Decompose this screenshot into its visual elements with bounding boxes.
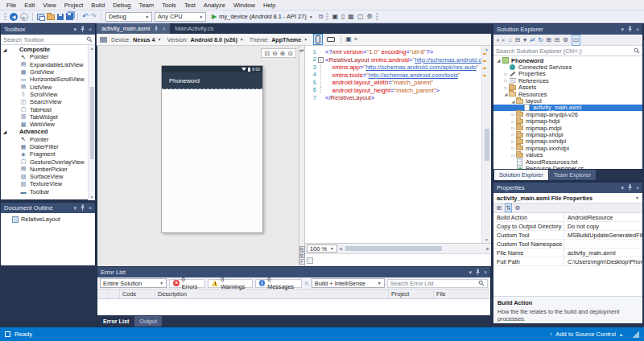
android-adb-shell-icon[interactable]: ▦ [348,13,354,21]
toolbox-item[interactable]: ▦ DialerFilter [1,143,95,150]
property-value[interactable]: AndroidResource [564,213,642,221]
undo-icon[interactable]: ↶ [82,13,89,20]
tool-window-tab[interactable]: Team Explorer [549,170,596,180]
switch-views-icon[interactable]: ⊟ [515,35,520,45]
outline-item[interactable]: RelativeLayout [1,213,95,223]
background-tasks-icon[interactable] [5,331,10,337]
file-column[interactable]: File [434,290,490,298]
portrait-orientation-button[interactable] [313,34,323,45]
tool-window-tab[interactable]: Error List [98,316,134,327]
toolbox-scrollbar[interactable]: ▲▼ [88,45,95,200]
vertical-split-icon[interactable]: ▥ [299,253,305,258]
expander-icon[interactable]: ◢ [496,58,502,63]
resize-grip[interactable] [633,331,639,338]
open-android-sdk-manager-icon[interactable]: ▣ [332,13,338,21]
collapse-all-icon[interactable]: ⊟ [555,35,559,45]
designer-source-splitter[interactable]: ⇄ ▤ ▥ ▾ [299,46,305,266]
expander-icon[interactable]: ▷ [510,146,516,150]
toolbox-item[interactable]: ↖ Pointer [1,53,95,60]
expander-icon[interactable]: ◢ [503,92,509,97]
open-file-icon[interactable] [47,14,55,20]
menu-item[interactable]: Project [60,0,88,10]
error-source-dropdown[interactable]: Build + IntelliSense▼ [312,278,385,288]
device-dropdown[interactable]: Nexus 4 [133,36,155,43]
actual-size-icon[interactable]: ⊙ [287,50,293,57]
overflow-chevron-icon[interactable]: » [354,35,357,43]
toolbox-title-bar[interactable]: Toolbox ▾ × [1,24,95,35]
preview-selected-items-icon[interactable]: ▭ [572,35,580,46]
properties-icon[interactable]: ⚙ [563,35,568,45]
home-icon[interactable]: ⌂ [509,35,513,45]
error-scope-dropdown[interactable]: Entire Solution▼ [100,278,167,288]
attach-to-process-icon[interactable]: ⧉ [319,13,324,21]
window-position-icon[interactable]: ▾ [469,267,472,277]
close-icon[interactable]: × [484,267,487,277]
landscape-orientation-button[interactable] [325,36,336,43]
show-all-files-icon[interactable]: ⊞ [547,35,551,45]
expander-icon[interactable]: ▷ [510,153,516,158]
pin-icon[interactable] [154,26,159,32]
messages-filter-button[interactable]: 0 Messages [255,279,302,288]
fold-margin[interactable] [316,94,325,102]
swap-panes-icon[interactable]: ⇄ [299,47,303,54]
editor-horizontal-scrollbar[interactable] [344,245,485,252]
fold-margin[interactable] [316,64,325,72]
device-portrait-icon[interactable]: ▢ [357,13,364,21]
horizontal-split-icon[interactable]: ▤ [299,246,305,252]
errors-filter-button[interactable]: 0 Errors [169,279,205,288]
solution-explorer-title-bar[interactable]: Solution Explorer ▾ × [493,24,642,35]
menu-item[interactable]: Tools [158,0,180,10]
toolbox-item[interactable]: ▤ NumberPicker [1,166,95,173]
pin-icon[interactable] [627,26,633,33]
start-debugging-button[interactable]: ▶my_device (Android 8.1 - API 27)▼ [208,12,316,22]
expander-icon[interactable]: ◢ [510,99,516,104]
search-icon[interactable] [86,36,93,43]
close-icon[interactable]: × [636,24,639,35]
scroll-left-icon[interactable]: ◀ [339,246,342,251]
fit-to-window-icon[interactable]: ⊡ [264,50,270,57]
menu-item[interactable]: Help [259,0,280,10]
severity-column[interactable] [97,290,109,298]
search-icon[interactable] [478,280,485,286]
tool-window-tab[interactable]: Output [134,316,162,327]
toolbox-item[interactable]: ↖ Pointer [1,136,95,143]
menu-item[interactable]: Build [87,0,109,10]
pin-icon[interactable] [475,269,481,276]
add-to-source-control-button[interactable]: Add to Source Control [555,331,616,338]
save-icon[interactable] [57,14,64,20]
categorized-icon[interactable]: ⊞ [497,204,502,212]
tool-window-tab[interactable]: Solution Explorer [494,170,548,180]
code-column[interactable]: Code [120,290,155,298]
toolbox-item[interactable]: ▢ TabHost [1,105,95,113]
solution-platform-dropdown[interactable]: Any CPU▼ [155,12,206,22]
new-project-icon[interactable] [37,14,44,20]
menu-item[interactable]: Team [135,0,159,10]
property-value[interactable]: activity_main.axml [564,249,642,257]
navigate-forward-icon[interactable]: ▶ [20,13,28,21]
document-tab[interactable]: activity_main.axml × [97,23,170,34]
save-all-icon[interactable] [66,13,73,20]
pin-icon[interactable] [80,26,85,33]
expander-icon[interactable]: ▷ [503,85,509,90]
open-android-device-manager-icon[interactable]: ▯ [341,13,345,21]
toolbox-item[interactable]: ▧ TextureView [1,180,95,187]
description-column[interactable]: Description [155,290,389,298]
property-row[interactable]: Custom Tool Namespace [493,240,642,249]
forward-icon[interactable]: ▸ [502,35,506,45]
expander-icon[interactable]: ▷ [510,132,516,137]
zoom-out-icon[interactable]: ⊖ [272,50,278,57]
solution-explorer-search-input[interactable] [496,47,634,55]
menu-item[interactable]: View [39,0,60,10]
pin-icon[interactable] [627,184,633,191]
menu-item[interactable]: Window [229,0,259,10]
menu-item[interactable]: File [2,0,20,10]
fold-margin[interactable] [316,72,325,80]
back-icon[interactable]: ◂ [496,35,499,45]
toolbox-item[interactable]: ▤ ExpandableListView [1,61,95,68]
window-position-icon[interactable]: ▾ [621,24,624,35]
phone-preview[interactable]: 8:00 Phoneword [161,65,263,233]
property-row[interactable]: File Name activity_main.axml [493,249,642,257]
fold-margin[interactable] [316,79,325,87]
sync-with-active-document-icon[interactable]: ⇄ [530,35,535,45]
fold-margin[interactable] [316,48,325,56]
